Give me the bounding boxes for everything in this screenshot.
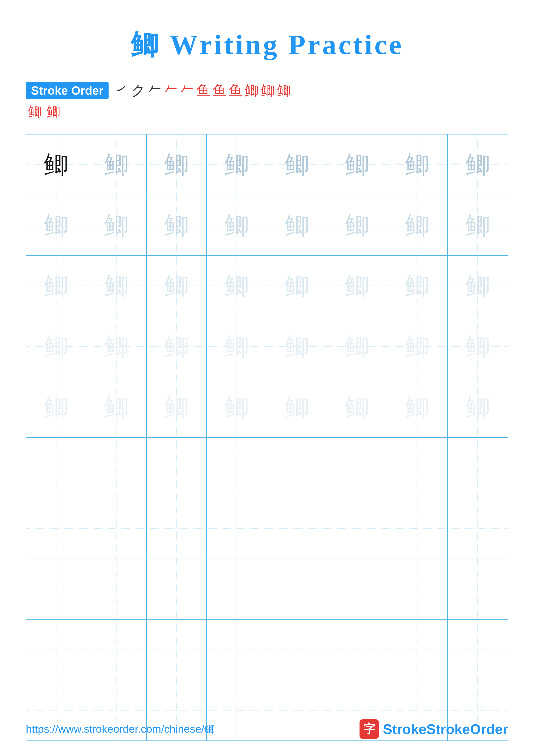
stroke-step-6: 鱼 (196, 81, 210, 100)
grid-row-5: 鲫 鲫 鲫 鲫 鲫 鲫 鲫 鲫 (26, 377, 508, 438)
grid-cell (87, 559, 146, 619)
grid-cell (387, 620, 447, 680)
grid-cell (387, 438, 447, 498)
grid-cell (327, 438, 387, 498)
grid-cell (26, 620, 87, 680)
stroke-order-label: Stroke Order (26, 82, 109, 99)
grid-cell: 鲫 (447, 316, 508, 376)
stroke-step-5: 𠂉 (180, 83, 194, 99)
grid-cell: 鲫 (87, 316, 146, 376)
grid-cell: 鲫 (87, 134, 146, 195)
grid-cell (267, 559, 327, 619)
grid-cell: 鲫 (26, 195, 87, 255)
grid-cell: 鲫 (207, 377, 267, 437)
grid-cell: 鲫 (327, 134, 387, 195)
grid-cell: 鲫 (387, 256, 447, 316)
stroke-step-10: 鲫 (261, 81, 275, 100)
grid-cell (327, 559, 387, 619)
grid-cell (447, 438, 508, 498)
grid-cell: 鲫 (87, 377, 146, 437)
grid-cell (26, 498, 87, 558)
stroke-order-row: Stroke Order ㇒ ク 𠂉 𠂉 𠂉 鱼 鱼 鱼 鲫 鲫 鲫 (26, 81, 508, 100)
stroke-step-3: 𠂉 (148, 83, 162, 99)
grid-cell: 鲫 (207, 134, 267, 195)
grid-cell: 鲫 (267, 134, 327, 195)
grid-cell (26, 438, 87, 498)
grid-cell: 鲫 (327, 256, 387, 316)
grid-cell: 鲫 (147, 134, 207, 195)
grid-cell: 鲫 (327, 195, 387, 255)
grid-cell: 鲫 (447, 195, 508, 255)
grid-cell: 鲫 (267, 377, 327, 437)
grid-cell: 鲫 (267, 256, 327, 316)
grid-cell (327, 620, 387, 680)
grid-row-6 (26, 438, 508, 498)
grid-row-7 (26, 498, 508, 559)
grid-cell (267, 498, 327, 558)
logo-character: 字 (363, 721, 375, 737)
grid-cell: 鲫 (267, 195, 327, 255)
grid-cell: 鲫 (87, 256, 146, 316)
grid-cell: 鲫 (387, 195, 447, 255)
grid-cell (447, 559, 508, 619)
footer: https://www.strokeorder.com/chinese/鲫 字 … (26, 719, 508, 739)
grid-cell: 鲫 (447, 134, 508, 195)
grid-cell (267, 438, 327, 498)
stroke-step-8: 鱼 (229, 81, 242, 100)
grid-cell: 鲫 (267, 316, 327, 376)
grid-cell: 鲫 (447, 256, 508, 316)
grid-cell: 鲫 (447, 377, 508, 437)
stroke-step-7: 鱼 (213, 81, 226, 100)
grid-row-3: 鲫 鲫 鲫 鲫 鲫 鲫 鲫 鲫 (26, 256, 508, 316)
grid-cell: 鲫 (207, 195, 267, 255)
grid-cell (87, 620, 146, 680)
grid-cell (387, 498, 447, 558)
grid-cell (387, 559, 447, 619)
grid-cell (147, 498, 207, 558)
grid-cell: 鲫 (26, 134, 87, 195)
stroke-step-11: 鲫 (277, 81, 291, 100)
grid-cell (207, 498, 267, 558)
grid-cell (207, 559, 267, 619)
grid-cell (87, 498, 146, 558)
stroke-step-9: 鲫 (245, 81, 259, 100)
stroke-step-2: ク (131, 81, 146, 100)
grid-cell: 鲫 (147, 316, 207, 376)
grid-cell (267, 620, 327, 680)
grid-cell: 鲫 (387, 316, 447, 376)
grid-cell (327, 498, 387, 558)
grid-cell: 鲫 (207, 316, 267, 376)
grid-cell: 鲫 (327, 377, 387, 437)
grid-cell: 鲫 (387, 377, 447, 437)
grid-cell (207, 438, 267, 498)
footer-logo: 字 StrokeStrokeOrder (360, 719, 508, 739)
logo-icon: 字 (360, 719, 379, 739)
grid-row-4: 鲫 鲫 鲫 鲫 鲫 鲫 鲫 鲫 (26, 316, 508, 377)
grid-cell (147, 620, 207, 680)
footer-url[interactable]: https://www.strokeorder.com/chinese/鲫 (26, 722, 215, 736)
grid-cell: 鲫 (327, 316, 387, 376)
stroke-step-1: ㇒ (115, 81, 129, 100)
stroke-row2: 鲫 鲫 (26, 102, 508, 121)
grid-cell: 鲫 (147, 377, 207, 437)
grid-cell: 鲫 (87, 195, 146, 255)
stroke-order-section: Stroke Order ㇒ ク 𠂉 𠂉 𠂉 鱼 鱼 鱼 鲫 鲫 鲫 鲫 鲫 (26, 81, 508, 121)
grid-cell: 鲫 (207, 256, 267, 316)
writing-grid: 鲫 鲫 鲫 鲫 鲫 鲫 鲫 鲫 鲫 鲫 鲫 鲫 鲫 鲫 鲫 鲫 鲫 鲫 鲫 鲫 … (26, 134, 508, 741)
grid-cell (147, 438, 207, 498)
grid-cell (207, 620, 267, 680)
page: 鲫 Writing Practice Stroke Order ㇒ ク 𠂉 𠂉 … (0, 0, 534, 756)
stroke-step-4: 𠂉 (164, 83, 178, 99)
stroke-step-13: 鲫 (46, 102, 60, 121)
grid-cell (147, 559, 207, 619)
grid-cell (447, 620, 508, 680)
grid-cell: 鲫 (26, 316, 87, 376)
stroke-step-12: 鲫 (28, 102, 42, 121)
logo-text: StrokeStrokeOrder (383, 721, 508, 737)
grid-cell: 鲫 (387, 134, 447, 195)
grid-cell: 鲫 (26, 256, 87, 316)
grid-cell (26, 559, 87, 619)
grid-cell: 鲫 (147, 256, 207, 316)
grid-row-8 (26, 559, 508, 620)
grid-cell (87, 438, 146, 498)
